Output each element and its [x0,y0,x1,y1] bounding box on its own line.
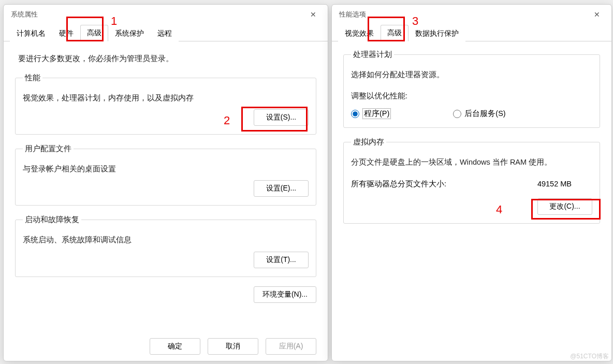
cancel-button[interactable]: 取消 [208,338,258,355]
group-legend: 用户配置文件 [23,144,74,154]
tab-computer-name[interactable]: 计算机名 [10,25,52,41]
tab-dep[interactable]: 数据执行保护 [408,25,465,41]
tab-advanced[interactable]: 高级 [381,25,408,41]
dialog-title: 性能选项 [339,10,366,19]
group-desc: 系统启动、系统故障和调试信息 [23,234,309,246]
startup-settings-button[interactable]: 设置(T)... [254,252,309,268]
system-properties-dialog: 系统属性 ✕ 计算机名 硬件 高级 系统保护 远程 要进行大多数更改，你必须作为… [3,4,328,361]
radio-programs[interactable]: 程序(P) [351,108,391,119]
paging-total-row: 所有驱动器总分页文件大小: 49152 MB [351,179,592,189]
apply-button[interactable]: 应用(A) [266,338,316,355]
dialog-title: 系统属性 [11,10,38,19]
user-profile-settings-button[interactable]: 设置(E)... [254,180,309,197]
dialog-content: 要进行大多数更改，你必须作为管理员登录。 性能 视觉效果，处理器计划，内存使用，… [4,41,328,309]
performance-settings-button[interactable]: 设置(S)... [254,109,309,126]
environment-variables-button[interactable]: 环境变量(N)... [254,286,316,303]
group-legend: 处理器计划 [351,50,394,60]
group-legend: 虚拟内存 [351,137,386,147]
close-icon: ✕ [310,11,316,18]
tabs: 计算机名 硬件 高级 系统保护 远程 [4,24,328,41]
group-desc: 与登录帐户相关的桌面设置 [23,163,309,175]
group-user-profile: 用户配置文件 与登录帐户相关的桌面设置 设置(E)... [15,144,316,206]
watermark: @51CTO博客 [570,352,609,361]
optimize-label: 调整以优化性能: [351,90,592,102]
dialog-footer: 确定 取消 应用(A) [150,338,316,355]
radio-label: 程序(P) [362,108,391,119]
dialog-content: 处理器计划 选择如何分配处理器资源。 调整以优化性能: 程序(P) 后台服务(S… [332,41,611,239]
radio-label: 后台服务(S) [464,109,505,119]
change-vm-button[interactable]: 更改(C)... [537,198,592,215]
group-legend: 性能 [23,73,42,83]
titlebar: 性能选项 ✕ [332,5,611,22]
close-button[interactable]: ✕ [588,7,606,22]
close-button[interactable]: ✕ [304,7,323,22]
tab-hardware[interactable]: 硬件 [52,25,80,41]
radio-background-input[interactable] [453,110,461,118]
radio-background[interactable]: 后台服务(S) [453,109,505,119]
admin-note: 要进行大多数更改，你必须作为管理员登录。 [18,54,313,64]
group-startup-recovery: 启动和故障恢复 系统启动、系统故障和调试信息 设置(T)... [15,215,316,276]
group-desc: 视觉效果，处理器计划，内存使用，以及虚拟内存 [23,92,309,104]
paging-total-label: 所有驱动器总分页文件大小: [351,179,446,189]
performance-options-dialog: 性能选项 ✕ 视觉效果 高级 数据执行保护 处理器计划 选择如何分配处理器资源。… [331,4,612,361]
tab-advanced[interactable]: 高级 [80,25,108,41]
group-virtual-memory: 虚拟内存 分页文件是硬盘上的一块区域，Windows 当作 RAM 使用。 所有… [343,137,600,223]
paging-total-value: 49152 MB [537,180,572,188]
ok-button[interactable]: 确定 [150,338,200,355]
radio-row: 程序(P) 后台服务(S) [351,108,592,119]
group-desc: 分页文件是硬盘上的一块区域，Windows 当作 RAM 使用。 [351,156,592,168]
tab-visual-effects[interactable]: 视觉效果 [338,25,381,41]
group-performance: 性能 视觉效果，处理器计划，内存使用，以及虚拟内存 设置(S)... [15,73,316,135]
tab-system-protection[interactable]: 系统保护 [108,25,151,41]
tabs: 视觉效果 高级 数据执行保护 [332,24,611,41]
tab-remote[interactable]: 远程 [151,25,179,41]
radio-programs-input[interactable] [351,110,359,118]
titlebar: 系统属性 ✕ [4,5,328,22]
group-desc: 选择如何分配处理器资源。 [351,69,592,81]
group-legend: 启动和故障恢复 [23,215,81,225]
close-icon: ✕ [594,11,600,18]
group-processor-scheduling: 处理器计划 选择如何分配处理器资源。 调整以优化性能: 程序(P) 后台服务(S… [343,50,600,128]
